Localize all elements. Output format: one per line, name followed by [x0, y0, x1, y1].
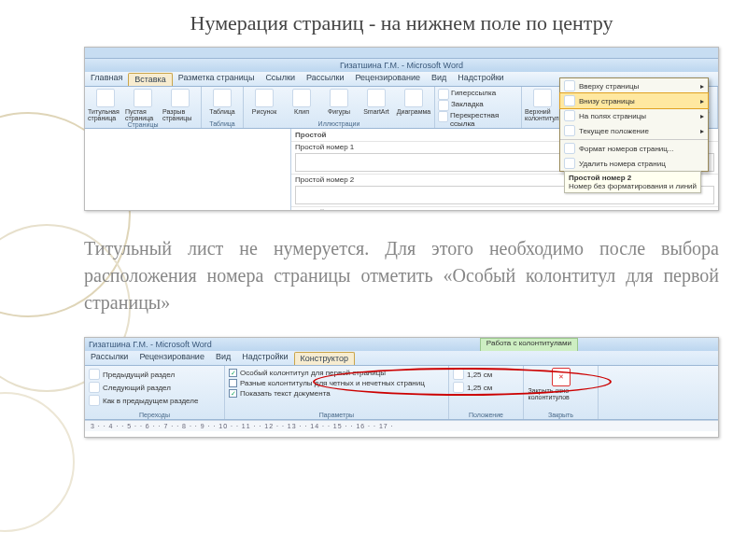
cursor-icon	[564, 125, 575, 136]
prev-section-icon	[89, 369, 100, 380]
explanatory-text: Титульный лист не нумеруется. Для этого …	[84, 235, 719, 316]
gallery-item[interactable]: Простой номер 3	[291, 206, 718, 211]
checkbox-first-page[interactable]	[229, 369, 237, 377]
tab-insert[interactable]: Вставка	[128, 73, 172, 86]
menu-item-margins[interactable]: На полях страницы▸	[560, 108, 708, 123]
slide-title: Нумерация страниц - на нижнем поле по це…	[84, 11, 719, 35]
tab-constructor[interactable]: Конструктор	[294, 352, 355, 365]
arrow-icon	[564, 95, 575, 106]
menu-item-current[interactable]: Текущее положение▸	[560, 123, 708, 138]
group-tables: Таблица Таблица	[202, 87, 244, 128]
group-illustrations: Рисунок Клип Фигуры SmartArt Диаграмма И…	[244, 87, 435, 128]
next-section-icon	[89, 382, 100, 393]
page-icon	[564, 110, 575, 121]
word-screenshot-insert-page-number: Гизатшина Г.М. - Microsoft Word Главная …	[84, 47, 719, 211]
tab-review[interactable]: Рецензирование	[349, 72, 426, 86]
ruler: 3 · · 4 · · 5 · · 6 · · 7 · · 8 · · 9 · …	[85, 420, 718, 431]
menu-item-top[interactable]: Вверху страницы▸	[560, 78, 708, 93]
menu-item-remove[interactable]: Удалить номера страниц	[560, 156, 708, 171]
checkbox-odd-even[interactable]	[229, 379, 237, 387]
checkbox-show-doc[interactable]	[229, 389, 237, 398]
contextual-tab-header: Работа с колонтитулами	[480, 338, 578, 351]
arrow-icon	[564, 80, 575, 91]
menu-item-bottom[interactable]: Внизу страницы▸	[559, 92, 709, 109]
ribbon-tabs-2: Рассылки Рецензирование Вид Надстройки К…	[85, 351, 718, 366]
menu-item-format[interactable]: Формат номеров страниц...	[560, 141, 708, 156]
tab-references[interactable]: Ссылки	[260, 72, 301, 86]
cover-page-button[interactable]: Титульная страница	[88, 89, 123, 121]
table-button[interactable]: Таблица	[204, 89, 240, 115]
tab-mailings[interactable]: Рассылки	[301, 72, 349, 86]
annotation-ellipse	[313, 368, 612, 396]
tab-home[interactable]: Главная	[85, 72, 128, 86]
format-icon	[564, 143, 575, 154]
blank-page-button[interactable]: Пустая страница	[125, 89, 161, 121]
tab-layout[interactable]: Разметка страницы	[173, 72, 261, 86]
group-pages: Титульная страница Пустая страница Разры…	[85, 87, 202, 128]
window-title: Гизатшина Г.М. - Microsoft Word	[85, 59, 718, 72]
word-screenshot-header-footer-options: Гизатшина Г.М. - Microsoft Word Работа с…	[84, 337, 719, 438]
group-navigation: Предыдущий раздел Следующий раздел Как в…	[85, 366, 225, 419]
hyperlink-icon	[438, 89, 449, 100]
tab-view[interactable]: Вид	[426, 72, 452, 86]
ribbon-2: Предыдущий раздел Следующий раздел Как в…	[85, 366, 718, 420]
tab-addins[interactable]: Надстройки	[452, 72, 509, 86]
page-break-button[interactable]: Разрыв страницы	[162, 89, 198, 121]
header-button[interactable]: Верхний колонтитул	[525, 89, 560, 123]
bookmark-icon	[438, 100, 449, 111]
window-title-2: Гизатшина Г.М. - Microsoft Word	[85, 338, 480, 351]
page-number-dropdown: Вверху страницы▸ Внизу страницы▸ На поля…	[559, 77, 709, 172]
tooltip: Простой номер 2 Номер без форматирования…	[564, 171, 701, 193]
crossref-icon	[438, 111, 448, 122]
delete-icon	[564, 158, 575, 169]
link-prev-icon	[89, 395, 100, 406]
group-links: Гиперссылка Закладка Перекрестная ссылка…	[435, 87, 522, 128]
